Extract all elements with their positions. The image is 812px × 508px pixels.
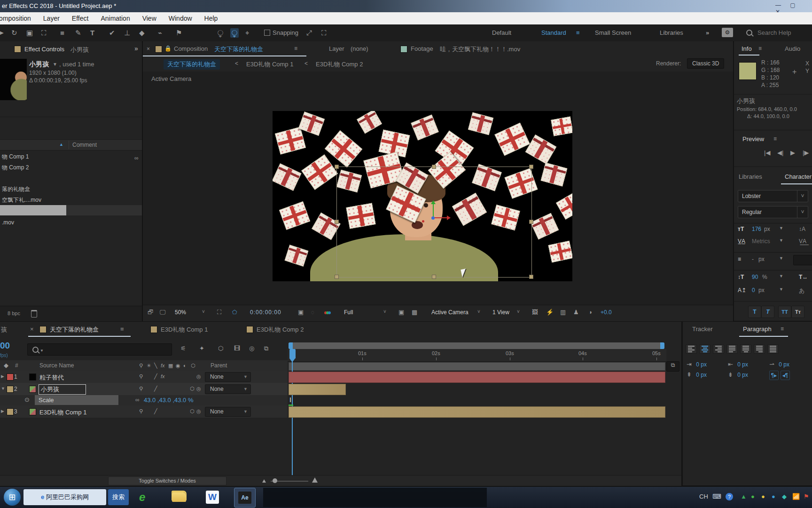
magnification-dropdown-icon[interactable]: ˅ bbox=[202, 309, 205, 314]
faux-bold-button[interactable]: T bbox=[748, 306, 761, 318]
faux-italic-button[interactable]: T bbox=[761, 306, 774, 318]
tab-info[interactable]: Info bbox=[742, 45, 752, 52]
draft3d-icon[interactable]: ⬡ bbox=[218, 345, 223, 351]
ime-language[interactable]: CH bbox=[699, 493, 708, 500]
quality-switch[interactable]: ╱ bbox=[154, 386, 157, 392]
quality-switch[interactable]: ╱ bbox=[154, 408, 157, 414]
timeline-tab-close-icon[interactable]: × bbox=[30, 325, 34, 333]
layer2-duration-bar[interactable] bbox=[289, 384, 346, 395]
search-help-input[interactable] bbox=[757, 27, 811, 38]
layer1-name[interactable]: 粒子替代 bbox=[39, 373, 64, 382]
parent-column[interactable]: Parent bbox=[211, 362, 227, 369]
transparency-grid-icon[interactable]: ▩ bbox=[412, 309, 417, 315]
tray-teal-icon[interactable]: ◆ bbox=[782, 493, 787, 500]
vertical-scale-dropdown-icon[interactable]: ▼ bbox=[779, 274, 783, 278]
number-column[interactable]: # bbox=[15, 362, 18, 369]
snapping-checkbox[interactable] bbox=[264, 30, 270, 36]
menu-effect[interactable]: Effect bbox=[72, 15, 89, 22]
channels-icon[interactable] bbox=[324, 309, 331, 316]
exposure-value[interactable]: +0.0 bbox=[601, 309, 612, 316]
layer-tab-label[interactable]: Layer bbox=[329, 45, 344, 52]
clip-name[interactable]: 小男孩 bbox=[29, 60, 49, 69]
playhead-head[interactable] bbox=[289, 349, 296, 358]
workspace-default[interactable]: Default bbox=[492, 29, 511, 36]
tray-yellow-icon[interactable]: ● bbox=[761, 493, 765, 500]
menu-layer[interactable]: Layer bbox=[43, 15, 60, 22]
rotate-tool-icon[interactable]: ↻ bbox=[11, 28, 17, 38]
share-view-icon[interactable]: 🖽 bbox=[532, 309, 538, 315]
workspace-settings-icon[interactable]: ⚙ bbox=[722, 28, 733, 37]
motion-blur-icon[interactable]: ◎ bbox=[249, 345, 254, 351]
resolution-value[interactable]: Full bbox=[344, 309, 353, 316]
font-size-dropdown-icon[interactable]: ▼ bbox=[779, 226, 783, 230]
resolution-dropdown-icon[interactable]: ˅ bbox=[383, 309, 386, 314]
fast-previews-icon[interactable]: ▣ bbox=[398, 309, 404, 315]
timeline-timecode[interactable]: 00 bbox=[0, 341, 10, 351]
prev-frame-icon[interactable]: ◀| bbox=[777, 150, 783, 156]
tab-libraries[interactable]: Libraries bbox=[739, 173, 762, 180]
workspace-standard[interactable]: Standard bbox=[541, 29, 566, 36]
toggle-switches-modes-button[interactable]: Toggle Switches / Modes bbox=[108, 476, 226, 485]
color-depth-label[interactable]: 8 bpc bbox=[8, 310, 20, 316]
keyboard-icon[interactable]: ⌨ bbox=[712, 493, 721, 500]
source-name-column[interactable]: Source Name bbox=[39, 362, 74, 369]
scale-value[interactable]: 43.0 ,43.0 ,43.0 % bbox=[144, 397, 194, 404]
frame-blend-icon[interactable]: 🎞 bbox=[234, 345, 240, 351]
pixel-aspect-icon[interactable]: ♟ bbox=[573, 309, 579, 315]
composition-mini-flowchart-icon[interactable]: ⚟ bbox=[180, 345, 186, 351]
align-left-button[interactable] bbox=[686, 344, 697, 354]
baseline-shift-value[interactable]: 0 bbox=[752, 287, 755, 294]
workspace-small-screen[interactable]: Small Screen bbox=[595, 29, 631, 36]
layer-row-2[interactable]: ▼ 2 小男孩 ⚲ ╱ ⬡ ◎ None▼ bbox=[0, 383, 288, 396]
region-of-interest-icon[interactable]: ⛶ bbox=[217, 309, 221, 315]
space-before-value[interactable]: 0 px bbox=[696, 372, 707, 378]
menu-animation[interactable]: Animation bbox=[101, 15, 130, 22]
layer3-parent-select[interactable]: None▼ bbox=[205, 407, 251, 417]
navigator-end-handle[interactable] bbox=[660, 342, 664, 349]
start-button[interactable]: ⊞ bbox=[4, 489, 21, 506]
lock-icon[interactable]: 🔒 bbox=[164, 45, 172, 52]
tab-character[interactable]: Character bbox=[785, 173, 812, 180]
project-item-mov2[interactable]: .mov bbox=[0, 217, 142, 228]
exposure-reset-icon[interactable]: ◑ bbox=[588, 309, 592, 315]
layer3-duration-bar[interactable] bbox=[289, 406, 665, 418]
stopwatch-icon[interactable]: ⊙ bbox=[24, 397, 30, 403]
selection-handle[interactable] bbox=[529, 165, 533, 169]
paragraph-menu-icon[interactable]: ≡ bbox=[781, 325, 784, 332]
pan-behind-tool-icon[interactable]: ⛶ bbox=[41, 28, 47, 38]
twirl-icon[interactable]: ▼ bbox=[1, 386, 5, 391]
timeline-tab-menu-icon[interactable]: ≡ bbox=[120, 325, 124, 333]
selection-handle[interactable] bbox=[335, 220, 339, 224]
selection-handle[interactable] bbox=[335, 165, 339, 169]
baseline-shift-dropdown-icon[interactable]: ▼ bbox=[779, 287, 783, 292]
snapshot-icon[interactable]: ▣ bbox=[298, 309, 304, 315]
layer2-name-edit[interactable]: 小男孩 bbox=[39, 384, 86, 395]
stroke-dropdown-icon[interactable]: ▼ bbox=[779, 256, 783, 261]
green-browser-icon[interactable]: e bbox=[139, 491, 145, 504]
mask-feather-tool-icon[interactable]: ⛶ bbox=[321, 28, 327, 38]
view-layout-dropdown-icon[interactable]: ˅ bbox=[517, 309, 520, 314]
zoom-out-mountain-icon[interactable] bbox=[262, 479, 266, 483]
timeline-tab2[interactable]: E3D礼物 Comp 1 bbox=[161, 325, 208, 334]
always-preview-icon[interactable]: 🗗 bbox=[148, 309, 154, 315]
layer1-duration-bar[interactable] bbox=[289, 372, 665, 383]
font-style-select[interactable]: Regular bbox=[738, 206, 802, 218]
layer-row-1[interactable]: ▶ 1 粒子替代 ⚲ ╱ fx ◎ None▼ bbox=[0, 371, 288, 383]
first-frame-icon[interactable]: |◀ bbox=[764, 150, 770, 156]
roto-brush-tool-icon[interactable]: ⌁ bbox=[158, 28, 162, 38]
live-update-icon[interactable]: ✦ bbox=[199, 345, 204, 351]
graph-editor-icon[interactable]: ⧉ bbox=[264, 345, 268, 351]
dimension-link-icon[interactable]: ∞ bbox=[135, 397, 140, 403]
footage-tab-label[interactable]: Footage bbox=[411, 45, 433, 52]
align-right-button[interactable] bbox=[713, 344, 724, 354]
view-layout-value[interactable]: 1 View bbox=[492, 309, 509, 316]
show-snapshot-icon[interactable]: ◌ bbox=[311, 309, 314, 316]
kerning-value[interactable]: Metrics bbox=[752, 238, 770, 245]
help-tray-icon[interactable]: ? bbox=[726, 493, 733, 500]
workspace-libraries[interactable]: Libraries bbox=[660, 29, 683, 36]
preview-menu-icon[interactable]: ≡ bbox=[773, 135, 777, 142]
info-menu-icon[interactable]: ≡ bbox=[758, 45, 762, 52]
quality-switch[interactable]: ╱ bbox=[154, 373, 157, 380]
scale-property-row[interactable]: ⊙ Scale ∞ 43.0 ,43.0 ,43.0 % bbox=[0, 395, 288, 406]
tray-blue-icon[interactable]: ● bbox=[772, 493, 775, 500]
